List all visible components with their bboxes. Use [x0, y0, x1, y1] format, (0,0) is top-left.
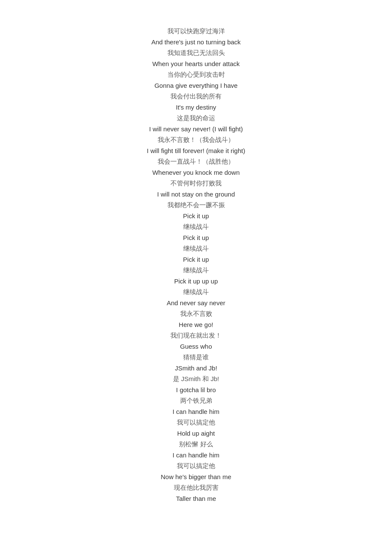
lyric-line-12: 我会一直战斗！（战胜他） — [9, 156, 383, 167]
lyric-line-39: I can handle him — [9, 450, 383, 461]
lyric-line-14: 不管何时你打败我 — [9, 178, 383, 189]
lyric-line-43: Taller than me — [9, 493, 383, 504]
lyric-line-3: When your hearts under attack — [9, 58, 383, 69]
lyric-line-9: I will never say never! (I will fight) — [9, 124, 383, 135]
lyric-line-2: 我知道我已无法回头 — [9, 47, 383, 58]
lyric-line-30: 猜猜是谁 — [9, 352, 383, 363]
lyric-line-38: 别松懈 好么 — [9, 439, 383, 450]
lyric-line-35: I can handle him — [9, 406, 383, 417]
lyric-line-13: Whenever you knock me down — [9, 167, 383, 178]
lyric-line-36: 我可以搞定他 — [9, 417, 383, 428]
lyric-line-23: Pick it up up up — [9, 276, 383, 287]
lyric-line-32: 是 JSmith 和 Jb! — [9, 373, 383, 384]
lyric-line-28: 我们现在就出发！ — [9, 330, 383, 341]
lyric-line-6: 我会付出我的所有 — [9, 91, 383, 102]
lyric-line-22: 继续战斗 — [9, 265, 383, 276]
lyric-line-19: Pick it up — [9, 232, 383, 243]
lyric-line-34: 两个铁兄弟 — [9, 395, 383, 406]
lyric-line-21: Pick it up — [9, 254, 383, 265]
lyric-line-18: 继续战斗 — [9, 221, 383, 232]
lyric-line-24: 继续战斗 — [9, 286, 383, 298]
lyric-line-20: 继续战斗 — [9, 243, 383, 254]
lyric-line-27: Here we go! — [9, 319, 383, 330]
lyric-line-4: 当你的心受到攻击时 — [9, 69, 383, 80]
lyric-line-25: And never say never — [9, 298, 383, 309]
lyric-line-40: 我可以搞定他 — [9, 460, 383, 471]
lyric-line-16: 我都绝不会一蹶不振 — [9, 199, 383, 211]
lyric-line-0: 我可以快跑穿过海洋 — [9, 26, 383, 37]
lyric-line-33: I gotcha lil bro — [9, 384, 383, 396]
lyric-line-37: Hold up aight — [9, 428, 383, 439]
lyric-line-11: I will fight till forever! (make it righ… — [9, 145, 383, 156]
lyric-line-15: I will not stay on the ground — [9, 189, 383, 200]
lyric-line-31: JSmith and Jb! — [9, 363, 383, 374]
lyric-line-7: It's my destiny — [9, 102, 383, 113]
lyric-line-29: Guess who — [9, 341, 383, 352]
lyric-line-42: 现在他比我厉害 — [9, 482, 383, 493]
lyric-line-5: Gonna give everything I have — [9, 80, 383, 91]
lyric-line-10: 我永不言败！（我会战斗） — [9, 134, 383, 145]
lyric-line-41: Now he's bigger than me — [9, 471, 383, 483]
lyric-line-8: 这是我的命运 — [9, 113, 383, 124]
lyric-line-17: Pick it up — [9, 211, 383, 222]
lyric-line-1: And there's just no turning back — [9, 37, 383, 48]
lyric-line-26: 我永不言败 — [9, 308, 383, 319]
lyrics-container: 我可以快跑穿过海洋And there's just no turning bac… — [9, 26, 383, 504]
